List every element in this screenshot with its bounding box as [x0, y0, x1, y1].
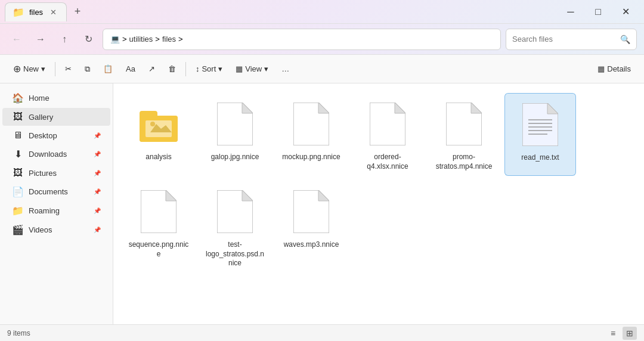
sidebar-icon-documents: 📄	[12, 186, 24, 197]
copy-icon: ⧉	[85, 64, 90, 74]
rename-icon: Aa	[126, 64, 135, 73]
details-label: Details	[607, 64, 631, 73]
file-icon-container	[519, 101, 562, 148]
sidebar-icon-home: 🏠	[12, 92, 24, 104]
paste-button[interactable]: 📋	[97, 58, 119, 80]
forward-button[interactable]: →	[31, 30, 50, 49]
view-button[interactable]: ▦ View ▾	[230, 58, 274, 80]
file-item-readme[interactable]: read_me.txt	[504, 93, 576, 176]
cut-button[interactable]: ✂	[59, 58, 78, 80]
file-icon-container	[137, 188, 180, 235]
file-item-analysis[interactable]: analysis	[123, 93, 194, 176]
sidebar-item-roaming[interactable]: 📁 Roaming 📌	[2, 202, 110, 220]
separator2	[185, 62, 186, 76]
file-icon	[217, 190, 253, 233]
sidebar-label-desktop: Desktop	[29, 131, 57, 140]
breadcrumb-sep2: >	[155, 35, 160, 44]
file-item-waves[interactable]: waves.mp3.nnice	[275, 181, 347, 273]
separator1	[55, 62, 55, 76]
file-name: waves.mp3.nnice	[284, 240, 339, 250]
main-layout: 🏠 Home 🖼 Gallery 🖥 Desktop 📌 ⬇ Downloads…	[0, 83, 644, 324]
grid-view-button[interactable]: ⊞	[623, 327, 637, 340]
sidebar-icon-videos: 🎬	[12, 224, 24, 235]
details-icon: ▦	[597, 64, 605, 73]
sidebar-icon-roaming: 📁	[12, 205, 24, 216]
view-controls: ≡ ⊞	[606, 327, 637, 340]
file-icon-container	[442, 100, 485, 148]
pin-icon-desktop: 📌	[94, 132, 101, 139]
file-item-galop[interactable]: galop.jpg.nnice	[199, 93, 271, 176]
sidebar-item-documents[interactable]: 📄 Documents 📌	[2, 182, 110, 201]
svg-marker-13	[471, 103, 482, 113]
share-icon: ↗	[148, 64, 155, 73]
sort-chevron: ▾	[218, 64, 222, 73]
sidebar-item-downloads[interactable]: ⬇ Downloads 📌	[2, 145, 110, 163]
file-icon	[293, 103, 329, 145]
file-item-testlogo[interactable]: test-logo_stratos.psd.nnice	[199, 181, 271, 273]
pin-icon-documents: 📌	[94, 188, 101, 195]
search-icon: 🔍	[620, 35, 630, 44]
paste-icon: 📋	[103, 64, 113, 73]
file-item-promo[interactable]: promo-stratos.mp4.nnice	[428, 93, 500, 176]
delete-icon: 🗑	[168, 64, 176, 73]
close-button[interactable]: ✕	[612, 2, 639, 21]
cut-icon: ✂	[65, 64, 72, 73]
file-icon	[141, 190, 177, 233]
sidebar-label-downloads: Downloads	[29, 150, 67, 159]
file-name: ordered-q4.xlsx.nnice	[357, 153, 419, 171]
tab-close-button[interactable]: ✕	[48, 7, 59, 18]
file-name: test-logo_stratos.psd.nnice	[204, 240, 266, 268]
refresh-button[interactable]: ↻	[79, 30, 98, 49]
file-name: promo-stratos.mp4.nnice	[433, 153, 495, 171]
file-icon-container	[213, 100, 256, 148]
back-button[interactable]: ←	[7, 30, 26, 49]
list-view-button[interactable]: ≡	[606, 327, 620, 340]
copy-button[interactable]: ⧉	[79, 58, 96, 80]
active-tab[interactable]: 📁 files ✕	[5, 2, 67, 21]
file-icon-container	[290, 100, 333, 148]
file-item-mockup[interactable]: mockup.png.nnice	[275, 93, 347, 176]
sidebar-label-home: Home	[29, 94, 49, 103]
rename-button[interactable]: Aa	[120, 58, 141, 80]
tab-title: files	[29, 8, 43, 17]
pc-icon: 💻	[110, 35, 120, 44]
more-button[interactable]: …	[275, 58, 295, 80]
share-button[interactable]: ↗	[143, 58, 161, 80]
search-input[interactable]	[512, 35, 617, 44]
sidebar-item-pictures[interactable]: 🖼 Pictures 📌	[2, 164, 110, 182]
new-tab-button[interactable]: +	[69, 4, 86, 20]
delete-button[interactable]: 🗑	[162, 58, 182, 80]
breadcrumb-sep1: >	[122, 35, 127, 44]
sidebar-item-videos[interactable]: 🎬 Videos 📌	[2, 221, 110, 239]
sidebar-icon-downloads: ⬇	[12, 148, 24, 160]
up-button[interactable]: ↑	[55, 30, 74, 49]
breadcrumb-files[interactable]: files	[162, 35, 176, 44]
file-name: galop.jpg.nnice	[211, 153, 259, 162]
files-grid: analysis galop.jpg.nnice mockup.png.nnic…	[123, 93, 634, 273]
sidebar-item-gallery[interactable]: 🖼 Gallery	[2, 108, 110, 126]
file-icon	[522, 103, 558, 146]
pin-icon-roaming: 📌	[94, 207, 101, 214]
sort-button[interactable]: ↕ Sort ▾	[190, 58, 228, 80]
svg-marker-26	[318, 190, 329, 201]
view-label: View	[245, 64, 262, 73]
file-icon	[293, 190, 329, 233]
sort-icon: ↕	[196, 64, 200, 73]
window-controls: ─ □ ✕	[557, 2, 639, 21]
new-button[interactable]: ⊕ New ▾	[7, 58, 51, 80]
file-item-ordered[interactable]: ordered-q4.xlsx.nnice	[352, 93, 423, 176]
search-box[interactable]: 🔍	[506, 29, 637, 50]
maximize-button[interactable]: □	[584, 2, 612, 21]
file-item-sequence[interactable]: sequence.png.nnice	[123, 181, 194, 273]
minimize-button[interactable]: ─	[557, 2, 584, 21]
file-icon	[446, 103, 482, 145]
sidebar-label-gallery: Gallery	[29, 113, 53, 122]
breadcrumb-utilities[interactable]: utilities	[129, 35, 153, 44]
breadcrumb[interactable]: 💻 > utilities > files >	[103, 29, 501, 50]
sidebar-item-desktop[interactable]: 🖥 Desktop 📌	[2, 126, 110, 144]
sidebar-item-home[interactable]: 🏠 Home	[2, 89, 110, 107]
sidebar-label-roaming: Roaming	[29, 206, 60, 215]
sort-label: Sort	[202, 64, 216, 73]
details-button[interactable]: ▦ Details	[592, 58, 637, 80]
file-icon-container	[213, 188, 256, 235]
